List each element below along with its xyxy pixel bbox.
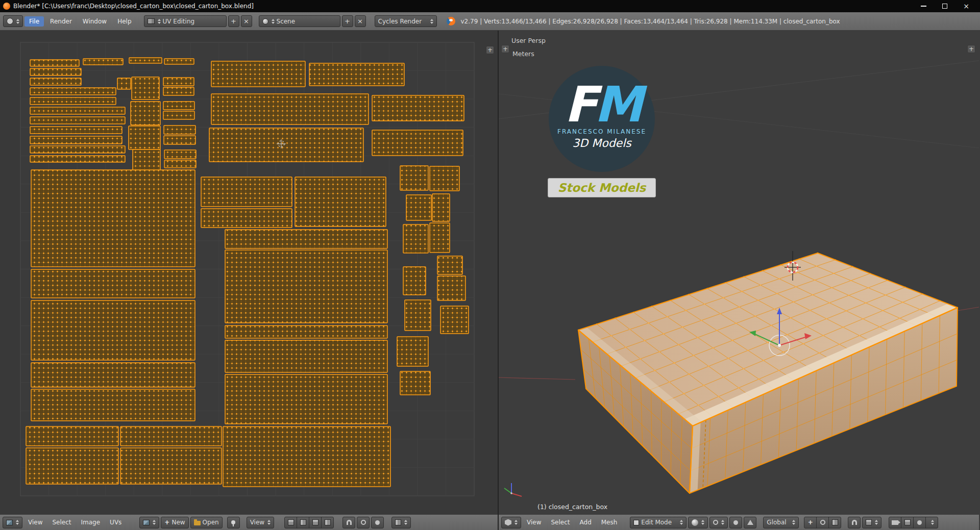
viewport-editor-type-button[interactable] bbox=[501, 517, 521, 528]
opengl-anim-render-button[interactable] bbox=[901, 517, 914, 528]
uv-island[interactable] bbox=[437, 256, 462, 274]
uv-canvas[interactable] bbox=[0, 31, 498, 514]
uv-island[interactable] bbox=[405, 300, 431, 331]
snap-toggle[interactable] bbox=[848, 517, 861, 528]
uv-menu-image[interactable]: Image bbox=[77, 518, 105, 527]
uv-island[interactable] bbox=[406, 195, 431, 220]
uv-island[interactable] bbox=[31, 363, 195, 387]
extra-options-button[interactable] bbox=[913, 517, 926, 528]
uv-sync-select-button[interactable] bbox=[371, 517, 384, 528]
rotate-manipulator-toggle[interactable] bbox=[816, 517, 829, 528]
uv-island[interactable] bbox=[164, 160, 196, 168]
uv-snap-button[interactable] bbox=[342, 517, 355, 528]
minimize-button[interactable] bbox=[913, 0, 934, 12]
panel-expand-tab[interactable]: + bbox=[486, 46, 494, 54]
delete-layout-button[interactable]: × bbox=[241, 15, 252, 27]
vp-menu-add[interactable]: Add bbox=[576, 518, 596, 527]
opengl-render-button[interactable] bbox=[889, 517, 901, 528]
uv-island[interactable] bbox=[30, 88, 116, 95]
uv-island[interactable] bbox=[430, 223, 450, 253]
uv-island[interactable] bbox=[31, 300, 195, 360]
menu-file[interactable]: File bbox=[24, 16, 44, 27]
uv-menu-uvs[interactable]: UVs bbox=[106, 518, 126, 527]
menu-help[interactable]: Help bbox=[113, 16, 136, 27]
translate-manipulator-toggle[interactable]: + bbox=[804, 517, 817, 528]
pivot-align-toggle[interactable] bbox=[729, 517, 742, 528]
maximize-button[interactable] bbox=[934, 0, 955, 12]
vp-menu-select[interactable]: Select bbox=[547, 518, 574, 527]
uv-island[interactable] bbox=[309, 63, 404, 86]
panel-expand-tab[interactable]: + bbox=[501, 45, 509, 53]
uv-island[interactable] bbox=[397, 337, 428, 366]
uv-island[interactable] bbox=[30, 146, 125, 153]
uv-island[interactable] bbox=[372, 95, 464, 121]
uv-island[interactable] bbox=[201, 177, 292, 207]
uv-island[interactable] bbox=[26, 426, 118, 446]
uv-island[interactable] bbox=[30, 127, 122, 134]
uv-island[interactable] bbox=[225, 250, 387, 323]
uv-island[interactable] bbox=[163, 87, 194, 95]
uv-island[interactable] bbox=[295, 177, 386, 226]
uv-island[interactable] bbox=[30, 60, 79, 66]
uv-island[interactable] bbox=[30, 136, 122, 144]
add-layout-button[interactable]: + bbox=[228, 15, 239, 27]
uv-island[interactable] bbox=[209, 128, 363, 162]
pin-toggle-button[interactable] bbox=[227, 517, 240, 528]
vp-menu-view[interactable]: View bbox=[523, 518, 545, 527]
uv-island[interactable] bbox=[403, 224, 428, 253]
uv-island[interactable] bbox=[26, 448, 118, 484]
proportional-edit-button[interactable] bbox=[357, 517, 370, 528]
uv-island[interactable] bbox=[31, 170, 195, 267]
menu-render[interactable]: Render bbox=[45, 16, 77, 27]
uv-island[interactable] bbox=[163, 102, 194, 110]
uv-island[interactable] bbox=[83, 59, 123, 65]
vp-menu-mesh[interactable]: Mesh bbox=[597, 518, 622, 527]
uv-island[interactable] bbox=[30, 68, 81, 75]
uv-island[interactable] bbox=[129, 58, 162, 63]
screen-layout-selector[interactable]: UV Editing bbox=[144, 15, 227, 27]
uv-island[interactable] bbox=[164, 136, 195, 144]
uv-island[interactable] bbox=[120, 448, 222, 484]
uv-display-toggle-1[interactable] bbox=[284, 517, 297, 528]
uv-island[interactable] bbox=[211, 61, 305, 87]
orientation-selector[interactable]: Global bbox=[763, 517, 799, 528]
uv-display-toggle-4[interactable] bbox=[321, 517, 334, 528]
render-engine-selector[interactable]: Cycles Render bbox=[375, 15, 437, 27]
uv-island[interactable] bbox=[211, 94, 369, 124]
add-scene-button[interactable]: + bbox=[342, 15, 353, 27]
uv-island[interactable] bbox=[129, 126, 160, 149]
viewport-shading-selector[interactable] bbox=[688, 517, 708, 528]
uv-island[interactable] bbox=[225, 325, 387, 338]
uv-island[interactable] bbox=[30, 117, 125, 124]
delete-scene-button[interactable]: × bbox=[355, 15, 366, 27]
uv-island[interactable] bbox=[225, 340, 387, 372]
uv-island[interactable] bbox=[432, 194, 450, 221]
uv-island[interactable] bbox=[31, 269, 195, 298]
image-open-button[interactable]: Open bbox=[190, 517, 223, 528]
uv-view-dropdown[interactable]: View bbox=[247, 517, 274, 528]
close-button[interactable]: × bbox=[955, 0, 977, 12]
uv-island[interactable] bbox=[120, 426, 222, 446]
pivot-point-selector[interactable] bbox=[709, 517, 728, 528]
menu-window[interactable]: Window bbox=[78, 16, 111, 27]
uv-island[interactable] bbox=[437, 276, 465, 300]
scale-manipulator-toggle[interactable] bbox=[828, 517, 841, 528]
uv-island[interactable] bbox=[117, 78, 131, 89]
uv-island[interactable] bbox=[440, 306, 469, 334]
uv-island[interactable] bbox=[164, 150, 196, 159]
uv-island[interactable] bbox=[164, 125, 195, 134]
uv-island[interactable] bbox=[201, 209, 292, 228]
uv-island[interactable] bbox=[30, 107, 125, 114]
image-new-button[interactable]: + New bbox=[161, 517, 188, 528]
uv-island[interactable] bbox=[132, 77, 159, 99]
uv-menu-select[interactable]: Select bbox=[48, 518, 75, 527]
uv-island[interactable] bbox=[400, 166, 428, 190]
uv-display-toggle-3[interactable] bbox=[309, 517, 322, 528]
uv-island[interactable] bbox=[133, 149, 160, 171]
uv-editor-type-button[interactable] bbox=[3, 517, 22, 528]
uv-island[interactable] bbox=[403, 267, 426, 295]
panel-expand-tab[interactable]: + bbox=[967, 45, 975, 53]
extra-options-button-2[interactable] bbox=[925, 517, 938, 528]
info-editor-type-button[interactable] bbox=[3, 15, 23, 27]
uv-display-toggle-2[interactable] bbox=[297, 517, 309, 528]
